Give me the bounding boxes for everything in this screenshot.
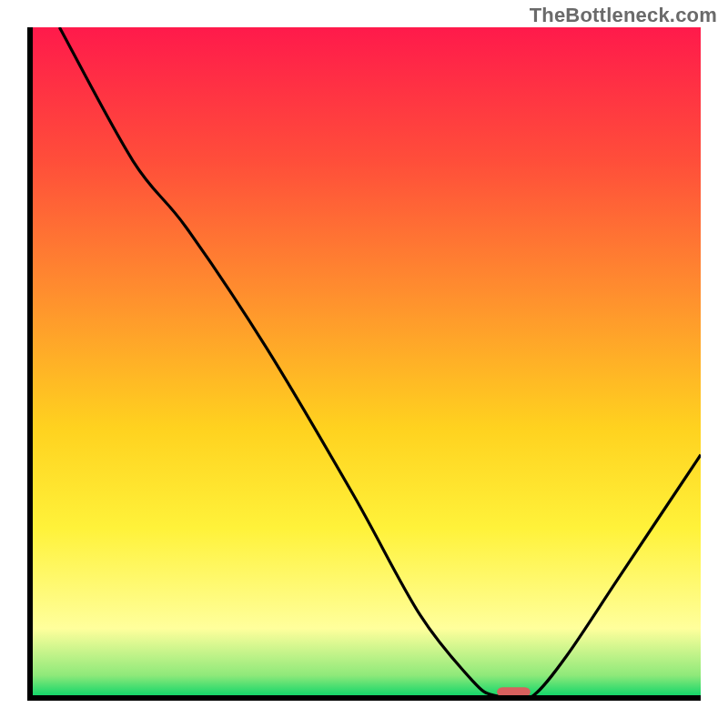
chart-background: [33, 27, 701, 695]
bottleneck-chart: [33, 27, 701, 695]
watermark-text: TheBottleneck.com: [530, 4, 717, 27]
chart-area: [27, 27, 701, 701]
optimum-marker: [497, 687, 531, 695]
